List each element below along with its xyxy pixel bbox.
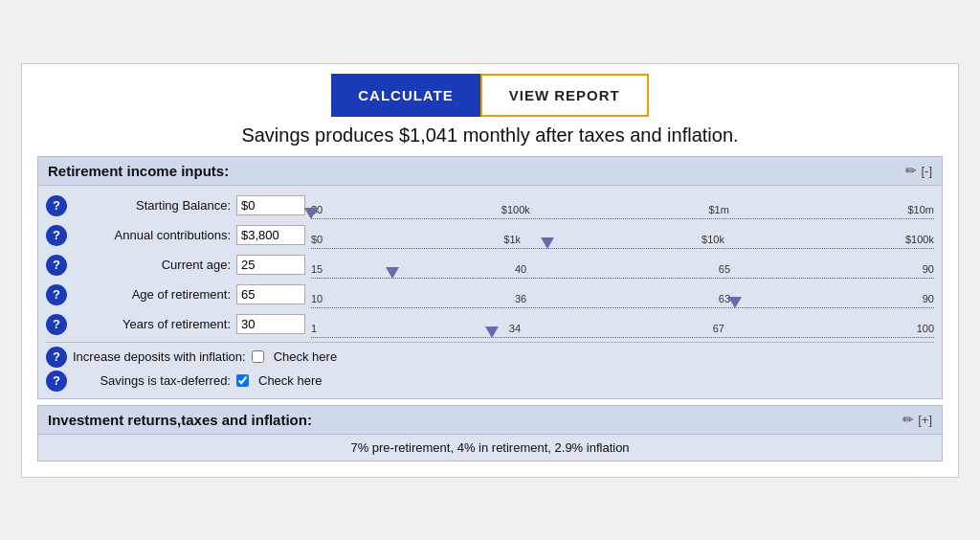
starting-balance-slider[interactable]: $0 $100k $1m $10m [311,192,934,219]
pencil-icon-2: ✏ [902,412,914,427]
current-age-input[interactable] [236,255,305,275]
years-retirement-thumb[interactable] [485,326,499,338]
increase-deposits-checkbox[interactable] [252,350,264,363]
tax-deferred-label: Savings is tax-deferred: [73,373,231,388]
starting-balance-label: Starting Balance: [73,198,231,213]
section2-controls[interactable]: ✏ [+] [902,412,932,427]
years-retirement-label: Years of retirement: [73,317,231,331]
help-increase-deposits[interactable]: ? [46,347,67,368]
starting-balance-row: ? Starting Balance: $0 $100k $1m $10m [46,192,934,219]
years-retirement-input[interactable] [236,314,305,334]
expand-control[interactable]: [+] [918,413,932,427]
section2-title: Investment returns,taxes and inflation: [48,412,312,428]
current-age-label: Current age: [73,258,231,272]
increase-deposits-label: Increase deposits with inflation: [73,349,246,364]
current-age-slider[interactable]: 15 40 65 90 [311,252,934,279]
tax-deferred-check-here: Check here [258,373,322,388]
section1-title: Retirement income inputs: [48,163,229,179]
annual-contributions-label: Annual contributions: [73,228,231,242]
help-years-retirement[interactable]: ? [46,314,67,335]
main-container: CALCULATE VIEW REPORT Savings produces $… [21,63,959,478]
age-retirement-labels: 10 36 63 90 [311,293,934,304]
pencil-icon: ✏ [905,163,917,178]
annual-contributions-input[interactable] [236,225,305,245]
annual-contributions-slider[interactable]: $0 $1k $10k $100k [311,222,934,249]
help-starting-balance[interactable]: ? [46,195,67,216]
current-age-thumb[interactable] [386,267,399,279]
section2-body: 7% pre-retirement, 4% in retirement, 2.9… [38,435,942,461]
section2-header: Investment returns,taxes and inflation: … [38,406,942,435]
years-retirement-labels: 1 34 67 100 [311,323,934,334]
current-age-row: ? Current age: 15 40 65 90 [46,252,934,279]
help-age-retirement[interactable]: ? [46,284,67,305]
age-retirement-row: ? Age of retirement: 10 36 63 90 [46,281,934,308]
age-retirement-slider[interactable]: 10 36 63 90 [311,281,934,308]
starting-balance-track [311,217,934,219]
starting-balance-input[interactable] [236,195,305,215]
increase-deposits-check-here: Check here [274,349,337,364]
years-retirement-track [311,336,934,338]
age-retirement-thumb[interactable] [728,297,742,308]
divider [46,342,934,343]
current-age-labels: 15 40 65 90 [311,263,934,275]
tax-deferred-row: ? Savings is tax-deferred: Check here [46,371,934,392]
age-retirement-track [311,306,934,308]
collapse-control[interactable]: [-] [921,164,932,178]
help-current-age[interactable]: ? [46,255,67,276]
annual-contributions-row: ? Annual contributions: $0 $1k $10k $100… [46,222,934,249]
retirement-income-section: Retirement income inputs: ✏ [-] ? Starti… [37,156,943,399]
age-retirement-input[interactable] [236,284,305,304]
help-annual-contributions[interactable]: ? [46,225,67,246]
tax-deferred-checkbox[interactable] [236,374,249,387]
summary-text: Savings produces $1,041 monthly after ta… [37,124,943,146]
calculate-button[interactable]: CALCULATE [331,74,480,117]
help-tax-deferred[interactable]: ? [46,371,67,392]
section1-controls[interactable]: ✏ [-] [905,163,932,178]
top-buttons: CALCULATE VIEW REPORT [37,74,943,117]
years-retirement-slider[interactable]: 1 34 67 100 [311,311,934,338]
investment-returns-section: Investment returns,taxes and inflation: … [37,405,943,461]
view-report-button[interactable]: VIEW REPORT [480,74,649,117]
years-retirement-row: ? Years of retirement: 1 34 67 100 [46,311,934,338]
starting-balance-labels: $0 $100k $1m $10m [311,204,934,215]
current-age-track [311,277,934,279]
section2-description: 7% pre-retirement, 4% in retirement, 2.9… [350,440,629,455]
section1-body: ? Starting Balance: $0 $100k $1m $10m [38,186,942,398]
annual-contributions-thumb[interactable] [541,237,554,249]
age-retirement-label: Age of retirement: [73,287,231,302]
annual-contributions-labels: $0 $1k $10k $100k [311,234,934,245]
increase-deposits-row: ? Increase deposits with inflation: Chec… [46,347,934,368]
section1-header: Retirement income inputs: ✏ [-] [38,157,942,186]
starting-balance-thumb[interactable] [304,208,318,219]
annual-contributions-track [311,247,934,249]
